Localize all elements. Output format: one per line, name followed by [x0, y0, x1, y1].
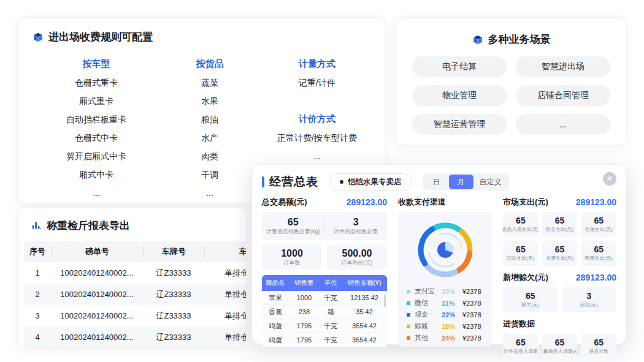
cell-unit: 千克 [320, 336, 342, 345]
stat-label: 计重商品销售总量(kg) [262, 228, 324, 236]
table-row: 鸡蛋 1795 千克 3554.42 [262, 333, 387, 347]
legend-swatch-cash [407, 313, 410, 317]
stat-label: 仓储支出(元) [585, 225, 613, 233]
purchase-stat: 65 计件货品入场量 [503, 334, 539, 359]
legend-percent: 22% [442, 311, 462, 319]
column-header: 销售金额(¥) [342, 279, 387, 287]
stat-value: 65 [594, 216, 604, 225]
scenario-button-property[interactable]: 物业管理 [412, 85, 507, 106]
stat-label: 订单数 [284, 259, 301, 267]
legend-swatch-wechat [407, 301, 410, 305]
cell-unit: 千克 [320, 293, 342, 303]
stat-value: 65 [262, 217, 324, 228]
stat-label: 电费支出(元) [585, 254, 613, 262]
store-dot-icon [340, 180, 343, 184]
tab-custom[interactable]: 自定义 [473, 175, 508, 189]
weighing-report-title: 称重检斤报表导出 [47, 219, 130, 233]
total-transactions-label: 总交易额(元) [262, 197, 307, 208]
purchase-stat: 65 计重商品入场量(kg) [542, 334, 578, 359]
fee-col-header: 按货品 [164, 54, 256, 74]
fee-item-ellipsis: ... [164, 184, 256, 202]
cell-amount: 3554.42 [342, 322, 387, 330]
scenario-button-contract[interactable]: 店铺合同管理 [516, 85, 610, 106]
column-header: 车型 [204, 246, 247, 257]
cell-product: 香蕉 [262, 307, 289, 317]
cell-product: 鸡蛋 [262, 322, 289, 331]
legend-amount: ¥2378 [462, 311, 481, 319]
fee-item: 厢式中卡 [29, 165, 164, 184]
payment-legend: 支付宝 33% ¥2378 微信 11% ¥2378 现金 22% [398, 284, 492, 344]
legend-swatch-alipay [407, 290, 410, 293]
stat-label: 还款(元) [580, 301, 598, 309]
fee-item: 粮油 [164, 110, 256, 129]
business-summary-panel: 经营总表 恺恺水果专卖店 日 月 自定义 ✕ 总交易额(元) 289123.00… [251, 164, 627, 345]
legend-percent: 18% [442, 323, 462, 330]
table-row: 1 100202401240002... 辽Z33333 单排仓 [24, 262, 247, 284]
legend-percent: 24% [442, 334, 462, 342]
cell-index: 3 [24, 311, 51, 320]
payment-donut-card: 支付宝 33% ¥2378 微信 11% ¥2378 现金 22% [398, 212, 492, 347]
new-credit-label: 新增赊欠(元) [503, 272, 548, 283]
cube-icon [472, 34, 483, 45]
stat-value: 3 [586, 291, 591, 301]
fee-item: 自动挡栏板重卡 [29, 110, 164, 129]
cell-vehicle-type: 单排仓 [204, 289, 247, 300]
cell-qty: 1795 [289, 322, 320, 330]
market-expense-value: 289123.00 [576, 197, 616, 207]
table-header-row: 序号 磅单号 车牌号 车型 [24, 241, 247, 262]
stat-value: 500.00 [342, 248, 372, 259]
tab-day[interactable]: 日 [424, 175, 449, 189]
scrollbar[interactable] [384, 295, 386, 307]
cell-amount: 3554.42 [342, 336, 387, 344]
column-header: 序号 [24, 246, 51, 257]
legend-percent: 33% [442, 288, 462, 295]
stat-value: 65 [594, 244, 604, 254]
order-count-stat: 1000 订单数 [262, 245, 322, 270]
cell-plate-no: 辽Z33333 [143, 268, 204, 279]
stat-label: 订单均价(元) [342, 259, 373, 267]
legend-item: 微信 11% ¥2378 [407, 297, 486, 309]
new-credit-value: 289123.00 [576, 273, 616, 282]
cell-product: 鸡蛋 [262, 336, 289, 345]
column-header: 磅单号 [51, 246, 143, 257]
sales-volume-stats: 65 计重商品销售总量(kg) 3 计件商品销售总量 [262, 212, 387, 240]
fee-item: 仓栅式中卡 [29, 129, 164, 147]
scenario-button-operations[interactable]: 智慧运营管理 [412, 114, 507, 135]
scenario-button-more[interactable]: ... [516, 114, 610, 135]
cell-vehicle-type: 单排仓 [204, 332, 247, 343]
fee-item: 翼开启厢式中卡 [29, 147, 164, 165]
fee-col-header: 计价方式 [256, 109, 378, 129]
cell-ticket-no: 100202401240002... [51, 311, 143, 320]
table-row: 鸡蛋 1795 千克 3554.42 [262, 319, 387, 333]
cell-ticket-no: 100202401240002... [51, 290, 143, 299]
scenario-button-smart-gate[interactable]: 智慧进出场 [516, 56, 610, 77]
fee-col-header: 按车型 [29, 54, 164, 74]
legend-item: 现金 22% ¥2378 [407, 309, 486, 320]
cell-index: 2 [24, 290, 51, 299]
legend-amount: ¥2378 [462, 323, 481, 330]
table-row: 2 100202401240002... 辽Z33333 单排仓 [24, 284, 247, 305]
summary-title: 经营总表 [269, 174, 318, 190]
stat-value: 65 [516, 337, 526, 347]
weighing-report-table: 序号 磅单号 车牌号 车型 1 100202401240002... 辽Z333… [24, 241, 247, 348]
cell-unit: 千克 [320, 322, 342, 331]
product-sales-table: 商品名 销售量 单位 销售金额(¥) 苹果 1000 千克 12135.42 香… [262, 275, 387, 347]
payment-donut-chart [411, 216, 480, 284]
period-tabs: 日 月 自定义 [423, 173, 509, 190]
fee-col-goods: 按货品 蔬菜 水果 粮油 水产 肉类 干调 ... [164, 54, 256, 202]
title-accent-bar [262, 176, 264, 187]
legend-name: 其他 [415, 333, 442, 342]
close-icon[interactable]: ✕ [603, 172, 616, 186]
cell-amount: 12135.42 [342, 294, 387, 301]
stat-label: 罚款支出(元) [507, 254, 534, 262]
stat-label: 计件货品入场量 [504, 347, 538, 355]
stat-label: 水费支出(元) [546, 254, 573, 262]
fee-item: 正常计费/按车型计费 [256, 129, 378, 147]
legend-name: 现金 [415, 310, 442, 319]
tab-month[interactable]: 月 [449, 175, 473, 189]
fee-item: 仓栅式重卡 [29, 74, 164, 92]
store-selector[interactable]: 恺恺水果专卖店 [329, 173, 412, 190]
scenario-button-e-settlement[interactable]: 电子结算 [412, 56, 507, 77]
table-row: 香蕉 238 箱 35.42 [262, 305, 387, 319]
column-header: 销售量 [289, 279, 320, 287]
